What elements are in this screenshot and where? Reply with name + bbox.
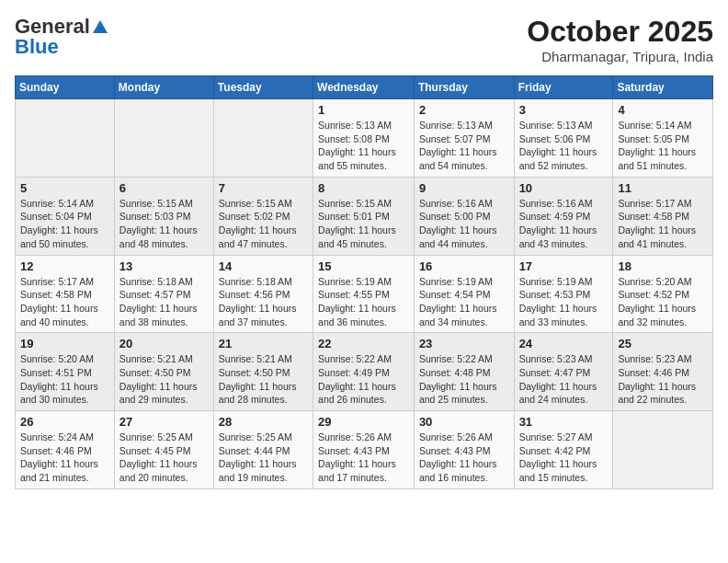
calendar-week-row: 19Sunrise: 5:20 AM Sunset: 4:51 PM Dayli… [16, 333, 713, 411]
day-number: 16 [419, 259, 509, 273]
day-info: Sunrise: 5:26 AM Sunset: 4:43 PM Dayligh… [318, 431, 409, 485]
day-info: Sunrise: 5:22 AM Sunset: 4:48 PM Dayligh… [419, 352, 509, 407]
day-info: Sunrise: 5:16 AM Sunset: 5:00 PM Dayligh… [419, 197, 509, 251]
day-number: 2 [419, 103, 509, 117]
day-info: Sunrise: 5:21 AM Sunset: 4:50 PM Dayligh… [219, 352, 308, 407]
calendar-week-row: 5Sunrise: 5:14 AM Sunset: 5:04 PM Daylig… [16, 177, 713, 255]
calendar-week-row: 26Sunrise: 5:24 AM Sunset: 4:46 PM Dayli… [16, 411, 713, 489]
title-block: October 2025 Dharmanagar, Tripura, India [527, 15, 713, 64]
day-number: 7 [219, 181, 308, 195]
day-number: 22 [318, 337, 409, 350]
calendar-cell: 17Sunrise: 5:19 AM Sunset: 4:53 PM Dayli… [514, 255, 613, 333]
calendar-cell [16, 99, 115, 178]
calendar-cell: 7Sunrise: 5:15 AM Sunset: 5:02 PM Daylig… [213, 177, 313, 255]
day-number: 30 [419, 415, 509, 429]
day-number: 13 [119, 259, 209, 273]
day-number: 14 [219, 259, 308, 273]
calendar-cell: 29Sunrise: 5:26 AM Sunset: 4:43 PM Dayli… [313, 411, 415, 489]
calendar-cell: 10Sunrise: 5:16 AM Sunset: 4:59 PM Dayli… [514, 177, 613, 255]
calendar-cell: 26Sunrise: 5:24 AM Sunset: 4:46 PM Dayli… [16, 411, 115, 489]
day-info: Sunrise: 5:14 AM Sunset: 5:04 PM Dayligh… [20, 197, 109, 251]
day-info: Sunrise: 5:20 AM Sunset: 4:52 PM Dayligh… [618, 275, 708, 329]
day-number: 6 [119, 181, 209, 195]
svg-marker-0 [93, 20, 108, 33]
day-info: Sunrise: 5:22 AM Sunset: 4:49 PM Dayligh… [318, 352, 409, 407]
day-number: 20 [119, 337, 209, 350]
day-info: Sunrise: 5:15 AM Sunset: 5:01 PM Dayligh… [318, 197, 409, 251]
day-info: Sunrise: 5:13 AM Sunset: 5:06 PM Dayligh… [519, 119, 609, 173]
day-info: Sunrise: 5:23 AM Sunset: 4:46 PM Dayligh… [618, 352, 708, 407]
weekday-header-monday: Monday [114, 76, 213, 99]
day-info: Sunrise: 5:15 AM Sunset: 5:02 PM Dayligh… [219, 197, 308, 251]
weekday-header-row: SundayMondayTuesdayWednesdayThursdayFrid… [16, 76, 713, 99]
calendar-cell [613, 411, 713, 489]
day-number: 23 [419, 337, 509, 350]
day-info: Sunrise: 5:18 AM Sunset: 4:56 PM Dayligh… [219, 275, 308, 329]
day-info: Sunrise: 5:17 AM Sunset: 4:58 PM Dayligh… [618, 197, 708, 251]
calendar-cell: 31Sunrise: 5:27 AM Sunset: 4:42 PM Dayli… [514, 411, 613, 489]
calendar-cell: 23Sunrise: 5:22 AM Sunset: 4:48 PM Dayli… [414, 333, 514, 411]
calendar-cell: 11Sunrise: 5:17 AM Sunset: 4:58 PM Dayli… [613, 177, 713, 255]
weekday-header-tuesday: Tuesday [213, 76, 313, 99]
month-title: October 2025 [527, 15, 713, 49]
day-number: 31 [519, 415, 609, 429]
day-number: 26 [20, 415, 109, 429]
day-info: Sunrise: 5:20 AM Sunset: 4:51 PM Dayligh… [20, 352, 109, 407]
weekday-header-thursday: Thursday [414, 76, 514, 99]
day-number: 4 [618, 103, 708, 117]
calendar-cell: 19Sunrise: 5:20 AM Sunset: 4:51 PM Dayli… [16, 333, 115, 411]
calendar-cell: 22Sunrise: 5:22 AM Sunset: 4:49 PM Dayli… [313, 333, 415, 411]
logo-blue-text: Blue [15, 35, 59, 59]
calendar-table: SundayMondayTuesdayWednesdayThursdayFrid… [15, 75, 713, 489]
calendar-cell: 15Sunrise: 5:19 AM Sunset: 4:55 PM Dayli… [313, 255, 415, 333]
calendar-cell: 5Sunrise: 5:14 AM Sunset: 5:04 PM Daylig… [16, 177, 115, 255]
calendar-cell [114, 99, 213, 178]
calendar-cell: 4Sunrise: 5:14 AM Sunset: 5:05 PM Daylig… [613, 99, 713, 178]
calendar-cell: 8Sunrise: 5:15 AM Sunset: 5:01 PM Daylig… [313, 177, 415, 255]
day-number: 5 [20, 181, 109, 195]
calendar-cell: 25Sunrise: 5:23 AM Sunset: 4:46 PM Dayli… [613, 333, 713, 411]
calendar-cell: 18Sunrise: 5:20 AM Sunset: 4:52 PM Dayli… [613, 255, 713, 333]
day-info: Sunrise: 5:17 AM Sunset: 4:58 PM Dayligh… [20, 275, 109, 329]
calendar-cell: 1Sunrise: 5:13 AM Sunset: 5:08 PM Daylig… [313, 99, 415, 178]
calendar-cell: 16Sunrise: 5:19 AM Sunset: 4:54 PM Dayli… [414, 255, 514, 333]
day-number: 19 [20, 337, 109, 350]
calendar-cell: 3Sunrise: 5:13 AM Sunset: 5:06 PM Daylig… [514, 99, 613, 178]
calendar-cell: 20Sunrise: 5:21 AM Sunset: 4:50 PM Dayli… [114, 333, 213, 411]
page: General Blue October 2025 Dharmanagar, T… [0, 0, 728, 563]
day-number: 15 [318, 259, 409, 273]
day-info: Sunrise: 5:19 AM Sunset: 4:53 PM Dayligh… [519, 275, 609, 329]
calendar-cell: 2Sunrise: 5:13 AM Sunset: 5:07 PM Daylig… [414, 99, 514, 178]
day-info: Sunrise: 5:14 AM Sunset: 5:05 PM Dayligh… [618, 119, 708, 173]
day-number: 29 [318, 415, 409, 429]
day-info: Sunrise: 5:13 AM Sunset: 5:08 PM Dayligh… [318, 119, 409, 173]
day-number: 24 [519, 337, 609, 350]
calendar-cell: 13Sunrise: 5:18 AM Sunset: 4:57 PM Dayli… [114, 255, 213, 333]
day-number: 27 [119, 415, 209, 429]
weekday-header-wednesday: Wednesday [313, 76, 415, 99]
logo-triangle-icon [92, 18, 108, 35]
day-info: Sunrise: 5:25 AM Sunset: 4:45 PM Dayligh… [119, 431, 209, 485]
calendar-week-row: 1Sunrise: 5:13 AM Sunset: 5:08 PM Daylig… [16, 99, 713, 178]
weekday-header-saturday: Saturday [613, 76, 713, 99]
day-info: Sunrise: 5:18 AM Sunset: 4:57 PM Dayligh… [119, 275, 209, 329]
calendar-cell: 9Sunrise: 5:16 AM Sunset: 5:00 PM Daylig… [414, 177, 514, 255]
weekday-header-friday: Friday [514, 76, 613, 99]
day-number: 12 [20, 259, 109, 273]
day-info: Sunrise: 5:15 AM Sunset: 5:03 PM Dayligh… [119, 197, 209, 251]
day-info: Sunrise: 5:19 AM Sunset: 4:55 PM Dayligh… [318, 275, 409, 329]
day-info: Sunrise: 5:13 AM Sunset: 5:07 PM Dayligh… [419, 119, 509, 173]
day-number: 25 [618, 337, 708, 350]
day-number: 9 [419, 181, 509, 195]
day-number: 18 [618, 259, 708, 273]
day-number: 11 [618, 181, 708, 195]
day-info: Sunrise: 5:19 AM Sunset: 4:54 PM Dayligh… [419, 275, 509, 329]
day-number: 1 [318, 103, 409, 117]
day-info: Sunrise: 5:16 AM Sunset: 4:59 PM Dayligh… [519, 197, 609, 251]
calendar-cell: 21Sunrise: 5:21 AM Sunset: 4:50 PM Dayli… [213, 333, 313, 411]
day-info: Sunrise: 5:23 AM Sunset: 4:47 PM Dayligh… [519, 352, 609, 407]
day-info: Sunrise: 5:27 AM Sunset: 4:42 PM Dayligh… [519, 431, 609, 485]
weekday-header-sunday: Sunday [16, 76, 115, 99]
day-number: 21 [219, 337, 308, 350]
day-number: 3 [519, 103, 609, 117]
